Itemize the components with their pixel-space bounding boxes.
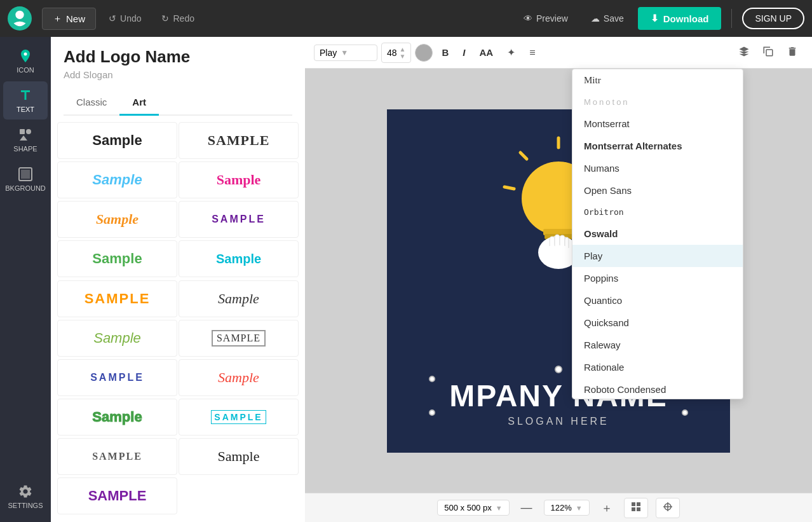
signup-button[interactable]: SIGN UP [742, 8, 804, 29]
font-style-item[interactable]: Sample [179, 240, 299, 277]
font-style-item[interactable]: Sample [57, 240, 177, 277]
duplicate-button[interactable] [757, 43, 779, 62]
tab-classic[interactable]: Classic [64, 92, 119, 116]
handle-tl[interactable] [429, 376, 435, 382]
font-style-item[interactable]: Sample [57, 122, 177, 159]
download-button[interactable]: ⬇ Download [638, 7, 722, 30]
font-size-box[interactable]: 48 ▲▼ [381, 43, 411, 63]
font-style-item[interactable]: SAMPLE [179, 122, 299, 159]
handle-br[interactable] [682, 409, 688, 416]
font-style-item[interactable]: Sample [179, 161, 299, 198]
size-label: 500 x 500 px [444, 503, 491, 512]
plus-icon: ＋ [53, 13, 62, 25]
font-style-item[interactable]: SAMPLE [179, 201, 299, 238]
icon-icon [18, 48, 33, 64]
middle-panel: Add Logo Name Add Slogan Classic Art Sam… [51, 37, 305, 522]
sidebar-item-settings[interactable]: SETTINGS [3, 477, 48, 516]
font-dropdown-item[interactable]: Monoton [572, 92, 743, 113]
font-dropdown-item[interactable]: Poppins [572, 267, 743, 289]
preview-label: Preview [536, 13, 568, 24]
svg-rect-8 [766, 50, 773, 56]
tab-art[interactable]: Art [119, 92, 159, 116]
color-picker[interactable] [415, 44, 433, 62]
delete-button[interactable] [782, 43, 803, 62]
bottom-bar: 500 x 500 px ▼ — 122% ▼ ＋ [305, 493, 812, 522]
font-style-item[interactable]: Sample [57, 399, 177, 436]
redo-button[interactable]: ↻ Redo [154, 9, 201, 28]
svg-line-10 [520, 153, 527, 159]
font-dropdown-item[interactable]: Quantico [572, 289, 743, 312]
font-style-item[interactable]: Sample [57, 477, 177, 514]
chevron-up-down-icon: ▲▼ [400, 46, 406, 60]
sidebar-item-icon[interactable]: ICON [3, 42, 48, 80]
main-layout: ICON TEXT SHAPE BKGROUND [0, 37, 812, 522]
undo-label: Undo [120, 13, 141, 24]
font-style-item[interactable]: SAMPLE [179, 399, 299, 436]
font-style-item[interactable]: Sample [179, 280, 299, 317]
font-style-item[interactable]: SAMPLE [57, 280, 177, 317]
sidebar-item-shape[interactable]: SHAPE [3, 121, 48, 159]
font-style-item[interactable]: SAMPLE [57, 359, 177, 396]
font-dropdown-item[interactable]: Montserrat Alternates [572, 135, 743, 157]
font-style-item[interactable]: SAMPLE [179, 320, 299, 357]
layers-button[interactable] [733, 43, 755, 62]
font-style-item[interactable]: Sample [57, 161, 177, 198]
uppercase-button[interactable]: AA [475, 45, 499, 60]
font-style-item[interactable]: Sample [57, 201, 177, 238]
align-button[interactable] [656, 498, 680, 518]
font-style-item[interactable]: SAMPLE [57, 438, 177, 475]
font-style-item[interactable]: Sample [179, 359, 299, 396]
font-dropdown-item[interactable]: Orbitron [572, 202, 743, 223]
bold-button[interactable]: B [436, 45, 454, 60]
font-style-item[interactable]: Sample [179, 438, 299, 475]
sidebar-item-text-label: TEXT [17, 106, 34, 113]
undo-button[interactable]: ↺ Undo [101, 9, 149, 28]
chevron-down-icon: ▼ [496, 504, 503, 512]
grid-button[interactable] [624, 498, 648, 518]
svg-point-1 [15, 11, 24, 19]
size-selector[interactable]: 500 x 500 px ▼ [437, 500, 509, 516]
spacing-button[interactable]: ≡ [524, 45, 540, 61]
save-label: Save [604, 13, 624, 24]
shape-icon [18, 127, 33, 142]
font-dropdown-item[interactable]: Quicksand [572, 312, 743, 334]
sidebar-item-text[interactable]: TEXT [3, 81, 48, 120]
italic-button[interactable]: I [457, 45, 470, 60]
svg-line-12 [504, 187, 514, 189]
font-style-item[interactable]: Sample [57, 320, 177, 357]
font-dropdown-item[interactable]: Montserrat [572, 113, 743, 135]
svg-rect-7 [21, 170, 30, 179]
panel-header: Add Logo Name Add Slogan [51, 37, 305, 83]
undo-icon: ↺ [109, 13, 116, 24]
effects-button[interactable]: ✦ [502, 44, 520, 61]
slogan-text[interactable]: SLOGAN HERE [431, 416, 686, 427]
svg-rect-22 [637, 507, 640, 511]
rotate-handle[interactable] [555, 366, 562, 373]
font-dropdown-item[interactable]: Numans [572, 157, 743, 179]
svg-point-4 [26, 129, 31, 134]
svg-rect-19 [632, 502, 635, 506]
font-size-display: 48 [387, 48, 397, 58]
new-button[interactable]: ＋ New [42, 8, 96, 30]
settings-icon [18, 484, 33, 499]
text-icon [18, 88, 33, 103]
zoom-in-button[interactable]: ＋ [597, 499, 616, 517]
font-dropdown-item[interactable]: Oswald [572, 223, 743, 245]
zoom-display[interactable]: 122% ▼ [544, 500, 590, 516]
font-dropdown-item[interactable]: Raleway [572, 334, 743, 356]
font-dropdown-item[interactable]: Mitr [572, 69, 743, 92]
panel-title: Add Logo Name [64, 47, 292, 67]
handle-bl[interactable] [429, 409, 435, 416]
preview-button[interactable]: 👁 Preview [515, 9, 577, 28]
font-dropdown-item[interactable]: Rationale [572, 356, 743, 378]
sidebar-item-background[interactable]: BKGROUND [3, 160, 48, 198]
zoom-out-button[interactable]: — [517, 500, 536, 516]
save-button[interactable]: ☁ Save [582, 9, 633, 28]
eye-icon: 👁 [524, 13, 532, 24]
format-toolbar: Play ▼ 48 ▲▼ B I AA ✦ ≡ [305, 37, 812, 69]
font-dropdown-item[interactable]: Play [572, 245, 743, 267]
font-selector[interactable]: Play ▼ [314, 45, 377, 61]
download-label: Download [663, 13, 709, 24]
font-dropdown-item[interactable]: Roboto Condensed [572, 378, 743, 399]
font-dropdown-item[interactable]: Open Sans [572, 179, 743, 202]
